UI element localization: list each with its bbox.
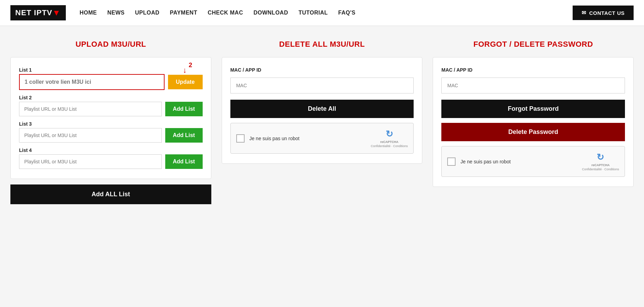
delete-section: DELETE ALL M3U/URL MAC / APP ID Delete A… <box>222 40 423 204</box>
recaptcha-text: Je ne suis pas un robot <box>249 136 366 141</box>
contact-label: CONTACT US <box>589 10 625 16</box>
list1-input[interactable] <box>19 74 165 90</box>
upload-title: UPLOAD M3U/URL <box>76 40 146 49</box>
forgot-recaptcha-brand: reCAPTCHA <box>591 163 610 167</box>
list3-input[interactable] <box>19 128 162 143</box>
nav-payment[interactable]: PAYMENT <box>170 10 197 16</box>
delete-card: MAC / APP ID Delete All Je ne suis pas u… <box>222 57 423 164</box>
forgot-recaptcha-icon: ↻ <box>597 152 604 163</box>
recaptcha-brand: reCAPTCHA <box>380 140 399 144</box>
nav-upload[interactable]: UPLOAD <box>135 10 160 16</box>
contact-us-button[interactable]: ✉ CONTACT US <box>573 6 634 20</box>
list2-group: List 2 Add List <box>19 95 203 116</box>
forgot-title: FORGOT / DELETE PASSWORD <box>474 40 593 49</box>
forgot-recaptcha-text: Je ne suis pas un robot <box>460 159 577 164</box>
list3-group: List 3 Add List <box>19 121 203 143</box>
site-logo[interactable]: NET IPTV▼ <box>10 5 66 20</box>
list2-row: Add List <box>19 102 203 116</box>
add-list3-button[interactable]: Add List <box>165 128 203 143</box>
step-badge: 2 <box>189 62 192 69</box>
forgot-recaptcha-links: Confidentialité · Conditions <box>582 168 619 171</box>
upload-section: UPLOAD M3U/URL List 1 2 ↓ Update List 2 … <box>10 40 211 204</box>
list4-label: List 4 <box>19 147 203 153</box>
list1-label: List 1 <box>19 67 203 73</box>
forgot-mac-label: MAC / APP ID <box>441 67 625 73</box>
forgot-recaptcha-checkbox[interactable] <box>447 157 456 166</box>
recaptcha-icon: ↻ <box>386 129 393 139</box>
nav-faqs[interactable]: FAQ'S <box>338 10 355 16</box>
list1-row: 2 ↓ Update <box>19 74 203 90</box>
delete-recaptcha[interactable]: Je ne suis pas un robot ↻ reCAPTCHA Conf… <box>230 123 414 154</box>
forgot-mac-input[interactable] <box>441 78 625 93</box>
forgot-recaptcha-logo: ↻ reCAPTCHA Confidentialité · Conditions <box>582 152 619 171</box>
update-button[interactable]: Update <box>168 75 203 89</box>
list3-label: List 3 <box>19 121 203 127</box>
delete-mac-input[interactable] <box>230 78 414 93</box>
email-icon: ✉ <box>582 10 586 16</box>
forgot-section: FORGOT / DELETE PASSWORD MAC / APP ID Fo… <box>433 40 634 204</box>
nav-tutorial[interactable]: TUTORIAL <box>299 10 328 16</box>
nav-home[interactable]: HOME <box>80 10 97 16</box>
list4-input[interactable] <box>19 154 162 169</box>
delete-password-button[interactable]: Delete Password <box>441 123 625 141</box>
delete-title: DELETE ALL M3U/URL <box>279 40 365 49</box>
list4-row: Add List <box>19 154 203 169</box>
main-nav: HOME NEWS UPLOAD PAYMENT CHECK MAC DOWNL… <box>80 10 573 16</box>
add-list2-button[interactable]: Add List <box>165 102 203 116</box>
nav-news[interactable]: NEWS <box>107 10 125 16</box>
list2-input[interactable] <box>19 102 162 116</box>
logo-v-icon: ▼ <box>52 8 61 18</box>
nav-checkmac[interactable]: CHECK MAC <box>208 10 243 16</box>
list3-row: Add List <box>19 128 203 143</box>
delete-all-button[interactable]: Delete All <box>230 100 414 118</box>
forgot-recaptcha[interactable]: Je ne suis pas un robot ↻ reCAPTCHA Conf… <box>441 146 625 177</box>
arrow-down-icon: ↓ <box>183 66 187 75</box>
delete-mac-label: MAC / APP ID <box>230 67 414 73</box>
list4-group: List 4 Add List <box>19 147 203 169</box>
recaptcha-checkbox[interactable] <box>236 134 245 143</box>
forgot-card: MAC / APP ID Forgot Password Delete Pass… <box>433 57 634 187</box>
forgot-password-button[interactable]: Forgot Password <box>441 100 625 118</box>
recaptcha-links: Confidentialité · Conditions <box>371 144 408 148</box>
add-all-list-button[interactable]: Add ALL List <box>10 184 211 204</box>
list2-label: List 2 <box>19 95 203 100</box>
recaptcha-logo: ↻ reCAPTCHA Confidentialité · Conditions <box>371 129 408 148</box>
list1-group: List 1 2 ↓ Update <box>19 67 203 90</box>
nav-download[interactable]: DOWNLOAD <box>254 10 288 16</box>
upload-card: List 1 2 ↓ Update List 2 Add List List 3 <box>10 57 211 179</box>
add-list4-button[interactable]: Add List <box>165 154 203 169</box>
